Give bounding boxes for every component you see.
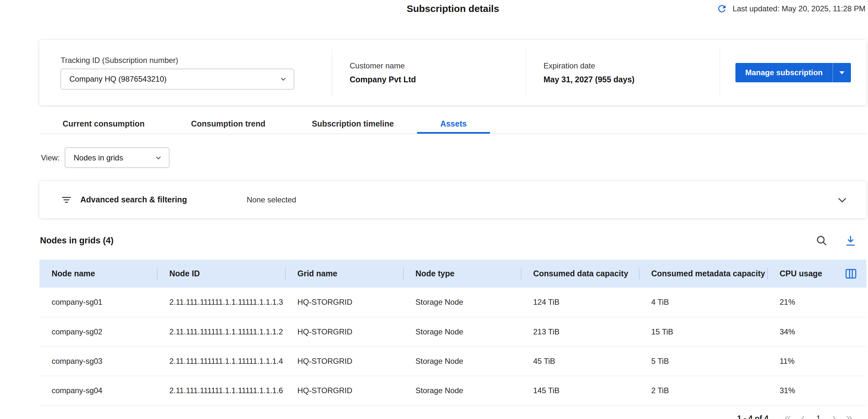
column-header-consumed-data-capacity: Consumed data capacity <box>521 260 639 288</box>
cell-consumed-data: 124 TiB <box>521 288 639 317</box>
refresh-icon[interactable] <box>716 3 727 14</box>
cell-node-id: 2.11.111.111111.1.1.11111.1.1.1.6 <box>157 376 285 405</box>
table-actions <box>815 234 857 247</box>
cell-node-type: Storage Node <box>403 347 521 376</box>
cell-node-type: Storage Node <box>403 288 521 317</box>
table-title: Nodes in grids (4) <box>40 236 114 246</box>
tab-current-consumption[interactable]: Current consumption <box>39 115 168 133</box>
cell-node-id: 2.11.111.111111.1.1.11111.1.1.1.2 <box>157 317 285 347</box>
last-updated-area: Last updated: May 20, 2025, 11:28 PM <box>716 3 865 14</box>
table-row: company-sg02 2.11.111.111111.1.1.11111.1… <box>39 317 866 347</box>
last-page-button[interactable] <box>845 414 854 419</box>
cell-consumed-metadata: 15 TiB <box>639 317 767 347</box>
column-header-node-id: Node ID <box>157 260 285 288</box>
nodes-table: Node name Node ID Grid name Node type Co… <box>39 260 866 406</box>
cell-consumed-metadata: 4 TiB <box>639 288 767 317</box>
caret-down-icon <box>839 71 844 74</box>
view-row: View: Nodes in grids <box>39 148 866 168</box>
cell-node-id: 2.11.111.111111.1.1.11111.1.1.1.3 <box>157 288 285 317</box>
first-page-button[interactable] <box>783 414 792 419</box>
column-header-grid-name: Grid name <box>285 260 403 288</box>
pagination: 1 - 4 of 4 1 <box>39 406 866 419</box>
tracking-id-select[interactable]: Company HQ (9876543210) <box>61 69 294 89</box>
column-header-node-name: Node name <box>39 260 157 288</box>
cell-cpu-usage: 34% <box>767 317 835 347</box>
cell-empty <box>835 288 866 317</box>
expiration-date-label: Expiration date <box>544 61 720 70</box>
filter-icon <box>61 194 72 206</box>
manage-subscription-caret[interactable] <box>833 63 851 82</box>
cell-empty <box>835 376 866 405</box>
table-head-bar: Nodes in grids (4) <box>39 221 866 260</box>
subscription-details-page: Subscription details Last updated: May 2… <box>0 0 868 419</box>
current-page: 1 <box>814 414 823 419</box>
tracking-id-block: Tracking ID (Subscription number) Compan… <box>61 56 332 89</box>
subscription-summary-card: Tracking ID (Subscription number) Compan… <box>39 40 866 105</box>
cell-empty <box>835 347 866 376</box>
tab-subscription-timeline[interactable]: Subscription timeline <box>289 115 417 133</box>
page-header: Subscription details Last updated: May 2… <box>39 0 866 18</box>
page-title: Subscription details <box>407 3 499 14</box>
manage-subscription-button[interactable]: Manage subscription <box>736 63 850 82</box>
cell-grid-name: HQ-STORGRID <box>285 347 403 376</box>
cell-node-name: company-sg03 <box>39 347 157 376</box>
view-label: View: <box>41 153 60 162</box>
cell-cpu-usage: 31% <box>767 376 835 405</box>
column-header-settings <box>835 260 866 288</box>
expiration-date-block: Expiration date May 31, 2027 (955 days) <box>526 61 720 84</box>
tab-assets[interactable]: Assets <box>417 115 490 133</box>
cell-grid-name: HQ-STORGRID <box>285 376 403 405</box>
tab-consumption-trend[interactable]: Consumption trend <box>168 115 289 133</box>
prev-page-button[interactable] <box>799 414 807 419</box>
column-header-node-type: Node type <box>403 260 521 288</box>
last-updated-text: Last updated: May 20, 2025, 11:28 PM <box>733 4 865 13</box>
cell-node-name: company-sg04 <box>39 376 157 405</box>
cell-empty <box>835 317 866 347</box>
pagination-range: 1 - 4 of 4 <box>737 414 768 419</box>
next-page-button[interactable] <box>830 414 838 419</box>
column-settings-icon[interactable] <box>844 267 857 280</box>
manage-subscription-label: Manage subscription <box>736 63 832 82</box>
advanced-search-panel[interactable]: Advanced search & filtering None selecte… <box>39 181 866 218</box>
advanced-search-title: Advanced search & filtering <box>80 195 187 204</box>
column-header-cpu-usage: CPU usage <box>767 260 835 288</box>
chevron-down-icon <box>279 75 287 83</box>
cell-consumed-data: 145 TiB <box>521 376 639 405</box>
cell-grid-name: HQ-STORGRID <box>285 317 403 347</box>
table-row: company-sg04 2.11.111.111111.1.1.11111.1… <box>39 376 866 405</box>
cell-node-id: 2.11.111.111111.1.1.11111.1.1.1.4 <box>157 347 285 376</box>
nodes-table-section: Nodes in grids (4) Node name Node ID Gr <box>39 221 866 419</box>
expand-chevron-icon[interactable] <box>836 194 848 206</box>
view-select[interactable]: Nodes in grids <box>65 148 169 168</box>
cell-node-name: company-sg02 <box>39 317 157 347</box>
cell-consumed-data: 45 TiB <box>521 347 639 376</box>
expiration-date-value: May 31, 2027 (955 days) <box>544 75 720 84</box>
chevron-down-icon <box>154 154 162 162</box>
tab-bar: Current consumption Consumption trend Su… <box>39 115 866 134</box>
column-header-consumed-metadata-capacity: Consumed metadata capacity <box>639 260 767 288</box>
cell-consumed-metadata: 2 TiB <box>639 376 767 405</box>
cell-cpu-usage: 11% <box>767 347 835 376</box>
customer-name-value: Company Pvt Ltd <box>350 75 526 84</box>
customer-name-label: Customer name <box>350 61 526 70</box>
search-icon[interactable] <box>815 234 828 247</box>
cell-grid-name: HQ-STORGRID <box>285 288 403 317</box>
cell-node-type: Storage Node <box>403 376 521 405</box>
advanced-search-status: None selected <box>247 195 296 204</box>
manage-subscription-area: Manage subscription <box>720 63 866 82</box>
cell-node-type: Storage Node <box>403 317 521 347</box>
download-icon[interactable] <box>844 234 857 247</box>
table-row: company-sg03 2.11.111.111111.1.1.11111.1… <box>39 347 866 376</box>
cell-consumed-metadata: 5 TiB <box>639 347 767 376</box>
cell-node-name: company-sg01 <box>39 288 157 317</box>
tracking-id-value: Company HQ (9876543210) <box>69 74 167 84</box>
cell-cpu-usage: 21% <box>767 288 835 317</box>
customer-name-block: Customer name Company Pvt Ltd <box>332 61 526 84</box>
table-header-row: Node name Node ID Grid name Node type Co… <box>39 260 866 288</box>
view-select-value: Nodes in grids <box>73 153 123 162</box>
cell-consumed-data: 213 TiB <box>521 317 639 347</box>
tracking-id-label: Tracking ID (Subscription number) <box>61 56 332 65</box>
table-row: company-sg01 2.11.111.111111.1.1.11111.1… <box>39 288 866 317</box>
